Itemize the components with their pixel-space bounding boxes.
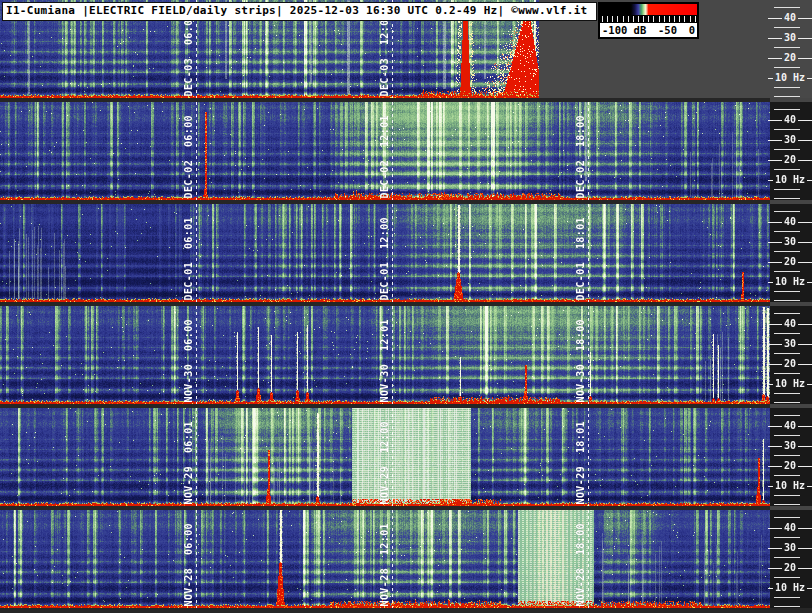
freq-tick (798, 344, 812, 345)
freq-minor-tick (774, 557, 800, 558)
time-marker-text: NOV-30 12:01 (379, 319, 390, 402)
freq-tick (768, 120, 782, 121)
time-marker-label: NOV-29 06:01 (183, 412, 195, 504)
freq-label: 40 (782, 13, 798, 23)
time-marker-text: NOV-30 06:00 (183, 319, 194, 402)
freq-minor-tick (774, 211, 800, 212)
freq-tick (798, 548, 812, 549)
freq-tick (768, 466, 782, 467)
time-marker-line (392, 204, 393, 302)
freq-label-row-30: 30 (768, 543, 812, 553)
freq-minor-tick (774, 271, 800, 272)
freq-minor-tick (774, 495, 800, 496)
freq-minor-tick (774, 537, 800, 538)
freq-label-row-40: 40 (768, 319, 812, 329)
freq-label-row-20: 20 (768, 563, 812, 573)
freq-tick (768, 262, 782, 263)
time-marker-line (588, 102, 589, 200)
freq-tick (807, 486, 812, 487)
freq-tick (768, 242, 782, 243)
time-marker-text: NOV-28 12:01 (379, 523, 390, 606)
freq-tick (798, 466, 812, 467)
freq-label: 20 (782, 53, 798, 63)
freq-tick (807, 384, 812, 385)
freq-label: 10 Hz (773, 583, 807, 593)
freq-minor-tick (774, 198, 800, 199)
freq-tick (798, 262, 812, 263)
freq-minor-tick (774, 517, 800, 518)
freq-tick (768, 324, 782, 325)
freq-tick (798, 242, 812, 243)
time-marker-text: DEC-01 06:01 (183, 217, 194, 300)
freq-label-row-20: 20 (768, 257, 812, 267)
freq-label-row-30: 30 (768, 339, 812, 349)
freq-label: 30 (782, 135, 798, 145)
freq-label: 20 (782, 155, 798, 165)
freq-minor-tick (774, 300, 800, 301)
freq-tick (807, 180, 812, 181)
freq-label-row-40: 40 (768, 421, 812, 431)
freq-tick (768, 548, 782, 549)
freq-tick (798, 58, 812, 59)
time-marker-label: DEC-02 18:00 (575, 106, 587, 198)
freq-tick (798, 426, 812, 427)
freq-tick (768, 344, 782, 345)
freq-tick (768, 140, 782, 141)
freq-minor-tick (774, 393, 800, 394)
freq-minor-tick (774, 373, 800, 374)
freq-tick (798, 528, 812, 529)
time-marker-label: DEC-01 06:01 (183, 208, 195, 300)
time-marker-line (588, 204, 589, 302)
freq-tick (798, 364, 812, 365)
freq-tick (768, 426, 782, 427)
freq-label: 10 Hz (773, 379, 807, 389)
time-marker-label: DEC-01 12:00 (379, 208, 391, 300)
freq-minor-tick (774, 67, 800, 68)
freq-minor-tick (774, 96, 800, 97)
time-marker-text: DEC-02 06:00 (183, 115, 194, 198)
time-marker-label: NOV-30 06:00 (183, 310, 195, 402)
freq-minor-tick (774, 597, 800, 598)
time-marker-label: NOV-28 06:00 (183, 514, 195, 606)
time-marker-line (392, 408, 393, 506)
freq-minor-tick (774, 415, 800, 416)
colorbar-labels: -100 dB -50 0 (600, 23, 697, 37)
time-marker-line (588, 510, 589, 608)
bottom-margin (0, 608, 812, 613)
freq-minor-tick (774, 7, 800, 8)
time-marker-text: NOV-29 06:01 (183, 421, 194, 504)
freq-label: 10 Hz (773, 175, 807, 185)
freq-tick (768, 18, 782, 19)
freq-minor-tick (774, 251, 800, 252)
freq-tick (798, 18, 812, 19)
colorbar-label-min: -100 dB (602, 24, 646, 36)
time-marker-line (392, 102, 393, 200)
freq-label-row-40: 40 (768, 13, 812, 23)
freq-label: 30 (782, 441, 798, 451)
time-marker-line (392, 306, 393, 404)
freq-label: 40 (782, 523, 798, 533)
time-marker-line (196, 510, 197, 608)
freq-label-row-30: 30 (768, 441, 812, 451)
time-marker-text: DEC-03 12:00 (379, 13, 390, 96)
freq-tick (768, 58, 782, 59)
freq-tick (768, 528, 782, 529)
freq-tick (807, 588, 812, 589)
time-marker-label: NOV-28 12:01 (379, 514, 391, 606)
freq-label: 30 (782, 543, 798, 553)
freq-label-row-30: 30 (768, 135, 812, 145)
time-marker-label: DEC-01 18:01 (575, 208, 587, 300)
freq-label-row-40: 40 (768, 115, 812, 125)
freq-minor-tick (774, 291, 800, 292)
freq-label-row-10: 10 Hz (768, 277, 812, 287)
freq-minor-tick (774, 577, 800, 578)
freq-label: 30 (782, 237, 798, 247)
freq-minor-tick (774, 129, 800, 130)
freq-tick (768, 222, 782, 223)
time-marker-line (196, 102, 197, 200)
freq-label: 20 (782, 257, 798, 267)
freq-minor-tick (774, 402, 800, 403)
intensity-colorbar: -100 dB -50 0 (598, 2, 699, 39)
freq-minor-tick (774, 475, 800, 476)
freq-minor-tick (774, 87, 800, 88)
